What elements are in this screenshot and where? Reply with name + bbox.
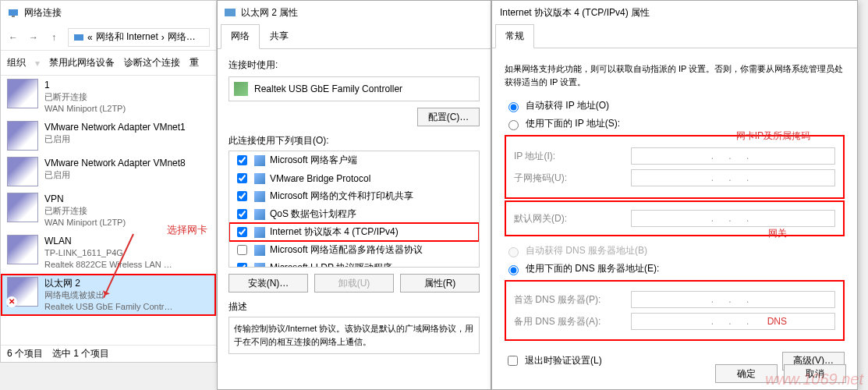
tab-strip: 常规 bbox=[492, 24, 857, 48]
item-count: 6 个项目 bbox=[7, 347, 43, 360]
list-item[interactable]: VMware Bridge Protocol bbox=[229, 169, 479, 187]
ok-button[interactable]: 确定 bbox=[715, 364, 778, 383]
protocol-icon bbox=[254, 173, 265, 184]
adapter-icon bbox=[7, 193, 38, 222]
adapter-icon bbox=[7, 235, 38, 264]
adapter-icon bbox=[7, 157, 38, 186]
protocol-icon bbox=[254, 263, 265, 268]
disable-device[interactable]: 禁用此网络设备 bbox=[49, 56, 115, 69]
status-bar: 6 个项目 选中 1 个项目 bbox=[1, 345, 216, 362]
item-checkbox[interactable] bbox=[237, 227, 247, 237]
install-button[interactable]: 安装(N)… bbox=[229, 274, 308, 292]
item-checkbox[interactable] bbox=[237, 263, 247, 268]
tab-strip: 网络 共享 bbox=[218, 24, 491, 49]
window-title: Internet 协议版本 4 (TCP/IPv4) 属性 bbox=[500, 6, 650, 20]
window-titlebar: Internet 协议版本 4 (TCP/IPv4) 属性 bbox=[492, 1, 857, 24]
annotation-ip-mask: 网卡IP及所属掩码 bbox=[736, 129, 810, 143]
rename[interactable]: 重 bbox=[190, 56, 199, 69]
list-item[interactable]: VMware Network Adapter VMnet1已启用 bbox=[1, 118, 216, 154]
annotation-gateway: 网关 bbox=[768, 227, 787, 240]
adapter-icon bbox=[224, 6, 236, 19]
alternate-dns-input[interactable]: . . . bbox=[631, 313, 835, 330]
nav-bar: ← → ↑ « 网络和 Internet › 网络… bbox=[1, 24, 216, 51]
list-item[interactable]: VMware Network Adapter VMnet8已启用 bbox=[1, 154, 216, 190]
organize-menu[interactable]: 组织 bbox=[7, 56, 26, 69]
uses-items-label: 此连接使用下列项目(O): bbox=[229, 134, 480, 147]
gateway-input[interactable]: . . . bbox=[631, 210, 835, 227]
manual-dns-radio[interactable]: 使用下面的 DNS 服务器地址(E): bbox=[505, 262, 845, 275]
info-text: 如果网络支持此功能，则可以获取自动指派的 IP 设置。否则，你需要从网络系统管理… bbox=[505, 62, 845, 88]
ethernet-properties-window: 以太网 2 属性 网络 共享 连接时使用: Realtek USB GbE Fa… bbox=[217, 0, 491, 390]
subnet-mask-label: 子网掩码(U): bbox=[514, 172, 631, 185]
tab-sharing[interactable]: 共享 bbox=[260, 24, 299, 48]
window-titlebar: 网络连接 bbox=[1, 1, 216, 24]
list-item[interactable]: Microsoft 网络的文件和打印机共享 bbox=[229, 187, 479, 205]
diagnose-connection[interactable]: 诊断这个连接 bbox=[124, 56, 180, 69]
annotation-dns: DNS bbox=[767, 316, 787, 327]
alternate-dns-label: 备用 DNS 服务器(A): bbox=[514, 315, 631, 328]
list-item[interactable]: WLANTP-LINK_1611_P4GRealtek 8822CE Wirel… bbox=[1, 232, 216, 274]
protocol-icon bbox=[254, 209, 265, 220]
protocol-list[interactable]: Microsoft 网络客户端 VMware Bridge Protocol M… bbox=[229, 151, 480, 268]
adapter-icon bbox=[7, 79, 38, 108]
svg-rect-3 bbox=[225, 9, 236, 16]
protocol-icon bbox=[254, 191, 265, 202]
connect-using-label: 连接时使用: bbox=[229, 58, 480, 72]
properties-button[interactable]: 属性(R) bbox=[400, 274, 480, 292]
adapter-box: Realtek USB GbE Family Controller bbox=[229, 76, 480, 101]
window-title: 网络连接 bbox=[24, 6, 62, 20]
list-item[interactable]: Microsoft 网络适配器多路传送器协议 bbox=[229, 241, 479, 259]
list-item[interactable]: QoS 数据包计划程序 bbox=[229, 205, 479, 223]
auto-ip-radio[interactable]: 自动获得 IP 地址(O) bbox=[505, 99, 845, 112]
item-checkbox[interactable] bbox=[237, 191, 247, 201]
manual-ip-radio[interactable]: 使用下面的 IP 地址(S): bbox=[505, 117, 845, 130]
svg-rect-0 bbox=[9, 9, 18, 16]
protocol-icon bbox=[254, 227, 265, 238]
annotation-select-nic: 选择网卡 bbox=[167, 223, 207, 237]
selection-count: 选中 1 个项目 bbox=[52, 347, 109, 360]
item-checkbox[interactable] bbox=[237, 155, 247, 165]
list-item[interactable]: 1已断开连接WAN Miniport (L2TP) bbox=[1, 76, 216, 118]
item-checkbox[interactable] bbox=[237, 245, 247, 255]
list-item[interactable]: Microsoft LLDP 协议驱动程序 bbox=[229, 259, 479, 268]
dns-fields-group: 首选 DNS 服务器(P):. . . 备用 DNS 服务器(A):. . . bbox=[505, 280, 845, 341]
breadcrumb[interactable]: « 网络和 Internet › 网络… bbox=[68, 28, 210, 47]
uninstall-button[interactable]: 卸载(U) bbox=[314, 274, 394, 292]
ip-address-input[interactable]: . . . bbox=[631, 147, 835, 165]
toolbar: 组织▾ 禁用此网络设备 诊断这个连接 重 bbox=[1, 51, 216, 76]
tab-general[interactable]: 常规 bbox=[495, 24, 534, 48]
up-button[interactable]: ↑ bbox=[44, 28, 63, 47]
auto-dns-radio[interactable]: 自动获得 DNS 服务器地址(B) bbox=[505, 244, 845, 257]
validate-checkbox[interactable]: 退出时验证设置(L) bbox=[505, 353, 602, 368]
ipv4-properties-window: Internet 协议版本 4 (TCP/IPv4) 属性 常规 如果网络支持此… bbox=[491, 0, 858, 390]
window-title: 以太网 2 属性 bbox=[241, 6, 298, 20]
item-checkbox[interactable] bbox=[237, 173, 247, 183]
network-connections-window: 网络连接 ← → ↑ « 网络和 Internet › 网络… 组织▾ 禁用此网… bbox=[0, 0, 217, 363]
adapter-name: Realtek USB GbE Family Controller bbox=[254, 83, 402, 94]
tab-network[interactable]: 网络 bbox=[221, 24, 260, 49]
nic-icon bbox=[234, 82, 248, 96]
svg-rect-1 bbox=[12, 16, 15, 17]
preferred-dns-label: 首选 DNS 服务器(P): bbox=[514, 293, 631, 307]
item-checkbox[interactable] bbox=[237, 209, 247, 219]
adapter-list: 1已断开连接WAN Miniport (L2TP) VMware Network… bbox=[1, 76, 216, 316]
back-button[interactable]: ← bbox=[4, 28, 23, 47]
forward-button[interactable]: → bbox=[24, 28, 43, 47]
preferred-dns-input[interactable]: . . . bbox=[631, 291, 835, 308]
gateway-label: 默认网关(D): bbox=[514, 212, 631, 225]
network-icon bbox=[7, 6, 19, 19]
description-text: 传输控制协议/Internet 协议。该协议是默认的广域网络协议，用于在不同的相… bbox=[229, 317, 480, 354]
list-item[interactable]: Microsoft 网络客户端 bbox=[229, 151, 479, 169]
cancel-button[interactable]: 取消 bbox=[784, 364, 846, 383]
protocol-icon bbox=[254, 245, 265, 256]
subnet-mask-input[interactable]: . . . bbox=[631, 169, 835, 186]
svg-rect-2 bbox=[74, 34, 83, 41]
ip-address-label: IP 地址(I): bbox=[514, 150, 631, 163]
configure-button[interactable]: 配置(C)… bbox=[417, 108, 480, 126]
list-item-ipv4[interactable]: Internet 协议版本 4 (TCP/IPv4) bbox=[229, 223, 479, 241]
description-label: 描述 bbox=[229, 300, 480, 314]
adapter-icon bbox=[7, 121, 38, 151]
adapter-icon bbox=[7, 277, 38, 307]
network-icon bbox=[73, 32, 84, 43]
protocol-icon bbox=[254, 155, 265, 166]
